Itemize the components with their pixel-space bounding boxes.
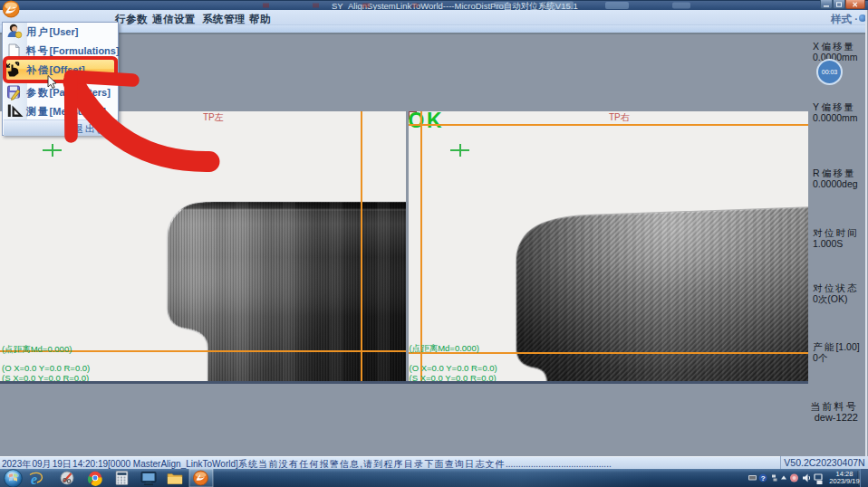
svg-text:?: ? — [761, 474, 766, 482]
